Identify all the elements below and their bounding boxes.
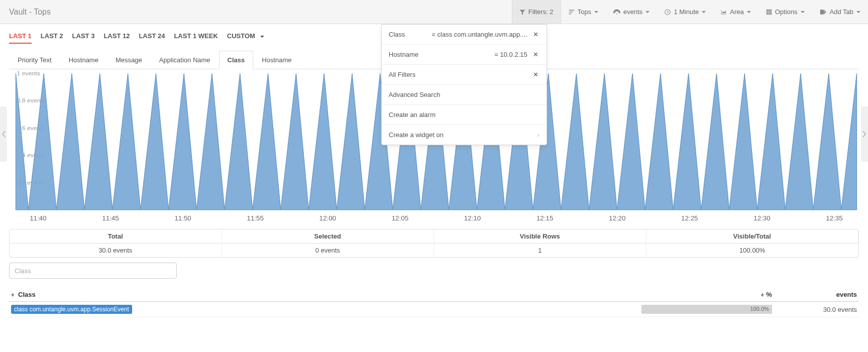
clock-icon [665,9,671,15]
filter-row-class[interactable]: Class = class com.untangle.uvm.app.... ✕ [382,25,547,45]
options-button[interactable]: Options [758,0,812,24]
table-row[interactable]: class com.untangle.uvm.app.SessionEvent1… [9,302,859,317]
chevron-right-icon [862,131,866,138]
filters-button[interactable]: Filters: 2 [512,0,561,24]
time-tab-custom[interactable]: CUSTOM [227,30,264,44]
stats-value: 100.00% [646,244,859,257]
class-pill[interactable]: class com.untangle.uvm.app.SessionEvent [11,305,132,314]
gauge-icon [613,9,620,15]
svg-text:12:25: 12:25 [681,215,698,222]
svg-text:12:30: 12:30 [753,215,770,222]
field-tab-application-name-3[interactable]: Application Name [151,51,219,69]
svg-text:11:50: 11:50 [174,215,191,222]
svg-text:11:45: 11:45 [102,215,119,222]
filters-dropdown: Class = class com.untangle.uvm.app.... ✕… [381,24,547,145]
bars-icon [569,9,575,15]
svg-text:12:20: 12:20 [609,215,625,222]
field-tab-class-4[interactable]: Class [219,51,254,69]
pct-bar: 100.0% [641,305,772,314]
caret-down-icon [801,11,805,13]
sort-icon: ♦ [759,291,764,298]
caret-down-icon [645,11,649,13]
filters-label: Filters: 2 [528,8,554,16]
col-header-pct[interactable]: ♦% [621,288,774,302]
time-tab-last-1-week[interactable]: LAST 1 WEEK [174,30,218,44]
chevron-left-icon [2,131,6,138]
caret-down-icon [260,36,264,38]
svg-text:1 events: 1 events [17,70,40,76]
stats-header: Total [10,229,222,244]
header-bar: Vault - Tops Filters: 2 Tops events 1 Mi… [0,0,868,24]
add-tab-button[interactable]: Add Tab [812,0,868,24]
caret-down-icon [747,11,751,13]
svg-text:11:40: 11:40 [30,215,46,222]
time-tab-last-3[interactable]: LAST 3 [72,30,95,44]
stats-value: 1 [434,244,646,257]
chevron-right-icon: › [537,131,539,139]
svg-text:12:15: 12:15 [536,215,553,222]
time-tab-last-12[interactable]: LAST 12 [103,30,130,44]
filter-icon [519,9,525,15]
filter-row-hostname[interactable]: Hostname = 10.0.2.15 ✕ [382,45,547,65]
stats-value: 0 events [222,244,435,257]
caret-down-icon [594,11,598,13]
caret-down-icon [702,11,706,13]
events-value: 30.0 events [774,302,859,317]
svg-text:12:00: 12:00 [319,215,336,222]
create-alarm-row[interactable]: Create an alarm [382,105,547,125]
field-tab-priority-text-0[interactable]: Priority Text [9,51,60,69]
advanced-search-row[interactable]: Advanced Search [382,85,547,105]
toolbar: Filters: 2 Tops events 1 Minute Area Opt… [512,0,868,24]
class-filter-input[interactable] [9,263,177,279]
svg-text:11:55: 11:55 [247,215,263,222]
stats-header: Visible/Total [646,229,859,244]
field-tab-hostname-5[interactable]: Hostname [253,51,300,69]
remove-filter-icon[interactable]: ✕ [532,51,539,58]
create-widget-row[interactable]: Create a widget on › [382,125,547,145]
all-filters-row[interactable]: All Filters ✕ [382,65,547,85]
svg-text:12:35: 12:35 [826,215,842,222]
sort-icon: ♦ [11,291,16,298]
svg-text:12:05: 12:05 [392,215,408,222]
time-tab-last-24[interactable]: LAST 24 [139,30,165,44]
stats-grid: TotalSelectedVisible RowsVisible/Total30… [9,229,859,258]
results-table: ♦Class ♦% events class com.untangle.uvm.… [9,288,859,317]
svg-text:12:10: 12:10 [464,215,481,222]
time-tab-last-2[interactable]: LAST 2 [41,30,63,44]
interval-button[interactable]: 1 Minute [657,0,713,24]
chart-nav-next[interactable] [861,106,868,162]
chart-icon [721,9,727,15]
tag-icon [820,9,827,15]
stats-header: Selected [222,229,435,244]
field-tab-hostname-1[interactable]: Hostname [60,51,107,69]
remove-filter-icon[interactable]: ✕ [532,31,539,38]
page-title: Vault - Tops [0,8,60,17]
events-button[interactable]: events [606,0,657,24]
remove-all-filters-icon[interactable]: ✕ [532,71,539,78]
grid-icon [766,9,772,15]
chart-type-button[interactable]: Area [713,0,758,24]
chart-nav-prev[interactable] [0,106,7,162]
col-header-events[interactable]: events [774,288,859,302]
stats-header: Visible Rows [434,229,646,244]
caret-down-icon [856,11,860,13]
stats-value: 30.0 events [10,244,222,257]
time-tab-last-1[interactable]: LAST 1 [9,30,32,44]
col-header-class[interactable]: ♦Class [9,288,621,302]
field-tab-message-2[interactable]: Message [107,51,151,69]
tops-button[interactable]: Tops [561,0,606,24]
